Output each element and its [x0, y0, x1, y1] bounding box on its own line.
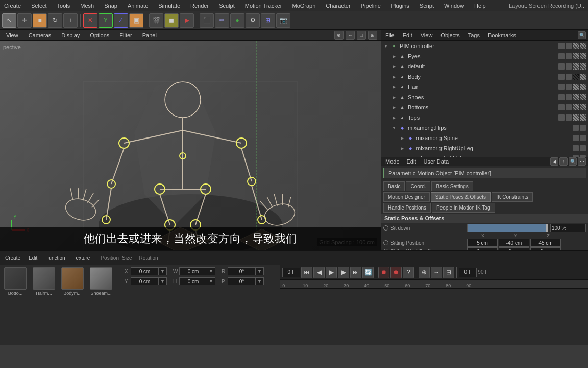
obj-row-spine[interactable]: ▶ ◆ mixamorig:Spine: [381, 133, 588, 143]
obj-row-default[interactable]: ▶ ▲ default: [381, 61, 588, 72]
radio-sitdown[interactable]: [383, 225, 388, 231]
z-axis-btn[interactable]: Z: [114, 13, 128, 28]
expand-spine[interactable]: ▶: [400, 135, 405, 141]
loop-btn[interactable]: 🔄: [362, 267, 374, 278]
pos-x-spinner[interactable]: ▼: [159, 267, 167, 275]
select-tool-btn[interactable]: ↖: [2, 13, 16, 28]
next-frame-btn[interactable]: ▶: [338, 267, 349, 278]
go-end-btn[interactable]: ⏭: [350, 267, 361, 278]
record-btn[interactable]: ◼: [164, 13, 179, 28]
sitting-pos-x[interactable]: [467, 239, 498, 247]
obj-row-tops[interactable]: ▶ ▲ Tops: [381, 112, 588, 123]
obj-row-leftleg[interactable]: ▶ ◆ mixamorig:LeftUpLeg: [381, 153, 588, 157]
y-axis-btn[interactable]: Y: [99, 13, 113, 28]
view-menu-cameras[interactable]: Cameras: [27, 31, 54, 39]
sitdown-slider[interactable]: [467, 224, 548, 232]
prop-up-btn[interactable]: ↑: [559, 157, 568, 166]
prop-tab-motion[interactable]: Motion Designer: [383, 192, 430, 202]
menu-script[interactable]: Script: [418, 2, 436, 10]
sitting-pos-z[interactable]: [530, 239, 561, 247]
prop-tab-static[interactable]: Static Poses & Offsets: [431, 192, 491, 202]
timeline-tracks[interactable]: [280, 289, 588, 345]
rotate-tool-btn[interactable]: ↻: [48, 13, 62, 28]
view-menu-options[interactable]: Options: [88, 31, 111, 39]
prev-frame-btn[interactable]: ◀: [313, 267, 325, 278]
tc-grid-btn[interactable]: ⊕: [419, 267, 430, 278]
prop-mode[interactable]: Mode: [383, 157, 402, 166]
tc-move-btn[interactable]: ↔: [431, 267, 442, 278]
mat-item-botto[interactable]: Botto...: [2, 267, 29, 296]
menu-plugins[interactable]: Plugins: [389, 2, 411, 10]
prop-tab-basic-settings[interactable]: Basic Settings: [431, 181, 473, 191]
expand-pim[interactable]: ▼: [383, 43, 388, 49]
mat-item-shoe[interactable]: Shoeam...: [88, 267, 114, 296]
rot-r-spinner[interactable]: ▼: [256, 267, 264, 275]
pos-y-input[interactable]: [131, 277, 159, 285]
mat-item-body[interactable]: Bodym...: [59, 267, 86, 296]
view-menu-panel[interactable]: Panel: [140, 31, 159, 39]
object-tool-btn[interactable]: +: [63, 13, 78, 28]
obj-header-tags[interactable]: Tags: [466, 31, 482, 39]
viewport-nav-1[interactable]: ⊕: [334, 31, 344, 40]
menu-snap[interactable]: Snap: [102, 2, 119, 10]
x-axis-btn[interactable]: ✕: [83, 13, 97, 28]
wrist-pos-y[interactable]: [499, 247, 529, 250]
tc-zoom-btn[interactable]: ⊟: [443, 267, 454, 278]
obj-header-view[interactable]: View: [419, 31, 435, 39]
menu-mesh[interactable]: Mesh: [78, 2, 96, 10]
pos-x-input[interactable]: [131, 267, 159, 275]
obj-header-objects[interactable]: Objects: [438, 31, 461, 39]
play-pause-btn[interactable]: ▶: [326, 267, 337, 278]
menu-tools[interactable]: Tools: [55, 2, 72, 10]
expand-body[interactable]: ▶: [391, 74, 397, 79]
frame-start-input[interactable]: [282, 268, 300, 277]
viewport[interactable]: pective: [0, 41, 381, 250]
pen-btn[interactable]: ✏: [215, 13, 229, 28]
pos-y-spinner[interactable]: ▼: [159, 277, 167, 285]
menu-simulate[interactable]: Simulate: [156, 2, 182, 10]
size-h-spinner[interactable]: ▼: [207, 277, 215, 285]
obj-search-btn[interactable]: 🔍: [578, 31, 586, 39]
go-start-btn[interactable]: ⏮: [301, 267, 312, 278]
expand-hips[interactable]: ▼: [391, 125, 397, 130]
record-key-btn[interactable]: ⏺: [378, 267, 389, 278]
expand-bottoms[interactable]: ▶: [391, 105, 397, 110]
rot-r-input[interactable]: [228, 267, 256, 275]
mat-tab-function[interactable]: Function: [42, 254, 68, 262]
cube-btn[interactable]: ⬛: [200, 13, 214, 28]
mat-tab-texture[interactable]: Texture: [70, 254, 93, 262]
obj-row-hips[interactable]: ▼ ◆ mixamorig:Hips: [381, 123, 588, 133]
gear-btn[interactable]: ⚙: [246, 13, 260, 28]
expand-leftleg[interactable]: ▶: [400, 156, 405, 157]
move-tool-btn[interactable]: ✛: [17, 13, 32, 28]
wrist-pos-z[interactable]: [530, 247, 561, 250]
prop-search-btn[interactable]: 🔍: [569, 157, 577, 166]
viewport-nav-3[interactable]: □: [357, 31, 366, 40]
size-h-input[interactable]: [179, 277, 207, 285]
coordinate-btn[interactable]: ▣: [129, 13, 143, 28]
mat-tab-edit[interactable]: Edit: [26, 254, 40, 262]
menu-render[interactable]: Render: [188, 2, 211, 10]
mat-tab-create[interactable]: Create: [2, 254, 23, 262]
prop-edit[interactable]: Edit: [405, 157, 419, 166]
scale-tool-btn[interactable]: ■: [33, 13, 47, 28]
menu-window[interactable]: Window: [442, 2, 466, 10]
auto-key-btn[interactable]: ⏺: [390, 267, 402, 278]
prop-back-btn[interactable]: ◀: [550, 157, 558, 166]
obj-row-eyes[interactable]: ▶ ▲ Eyes: [381, 51, 588, 61]
wrist-pos-x[interactable]: [467, 247, 498, 250]
prop-tab-handle[interactable]: Handle Positions: [383, 203, 431, 213]
radio-sitting-pos[interactable]: [383, 240, 388, 245]
mat-item-hair[interactable]: Hairm...: [31, 267, 57, 296]
prop-tab-people[interactable]: People in Motion IK Tag: [432, 203, 495, 213]
menu-character[interactable]: Character: [324, 2, 352, 10]
sitdown-input[interactable]: [550, 224, 586, 232]
expand-eyes[interactable]: ▶: [391, 54, 397, 59]
menu-select[interactable]: Select: [29, 2, 49, 10]
clapper-btn[interactable]: 🎬: [149, 13, 163, 28]
camera-btn[interactable]: 📷: [276, 13, 290, 28]
obj-row-shoes[interactable]: ▶ ▲ Shoes: [381, 92, 588, 102]
obj-header-file[interactable]: File: [383, 31, 397, 39]
menu-pipeline[interactable]: Pipeline: [359, 2, 383, 10]
obj-header-bookmarks[interactable]: Bookmarks: [486, 31, 518, 39]
